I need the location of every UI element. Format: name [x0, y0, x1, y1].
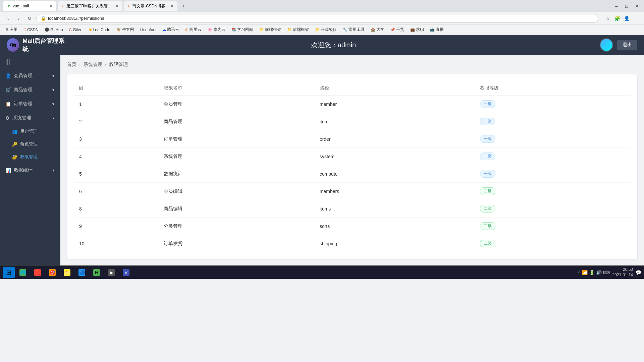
logo-area: 🛍 Mall后台管理系统	[7, 37, 67, 53]
bookmark-study[interactable]: 📚学习网站	[229, 26, 256, 33]
app3-icon: 🎯	[49, 269, 56, 276]
table-row: 6 会员编辑 members 二级	[74, 183, 631, 200]
bookmark-jobs[interactable]: 💼求职	[408, 26, 427, 33]
user-mgmt-icon: 👥	[12, 129, 17, 134]
taskbar-app-5[interactable]: 🔵	[75, 267, 89, 278]
bookmark-aliyun[interactable]: ◎阿里云	[182, 26, 204, 33]
sidebar-item-user-mgmt[interactable]: 👥 用户管理	[0, 125, 60, 138]
sidebar-item-member[interactable]: 👤 会员管理 ▼	[0, 69, 60, 83]
cell-id: 5	[74, 165, 158, 183]
bookmark-github[interactable]: ⚫GitHub	[42, 27, 65, 33]
cell-level: 二级	[475, 200, 631, 218]
sidebar-item-role-mgmt[interactable]: 🔑 角色管理	[0, 138, 60, 150]
profile-icon[interactable]: 👤	[623, 14, 631, 22]
taskbar-app-4[interactable]: 📁	[60, 267, 74, 278]
sidebar-item-perm-mgmt[interactable]: 🔐 权限管理	[0, 150, 60, 163]
order-icon: 📋	[5, 101, 11, 107]
role-mgmt-label: 角色管理	[20, 141, 38, 147]
bookmark-content[interactable]: 📌干货	[388, 26, 407, 33]
taskbar-clock[interactable]: 20:50 2021-01-14	[612, 267, 633, 278]
close-button[interactable]: ✕	[632, 3, 641, 9]
taskbar-app-3[interactable]: 🎯	[46, 267, 59, 278]
wifi-icon[interactable]: 📶	[582, 270, 588, 275]
data-stats-icon: 📊	[5, 168, 11, 173]
sidebar-item-goods[interactable]: 🛒 商品管理 ▼	[0, 83, 60, 97]
tab-close-3[interactable]: ✕	[170, 4, 173, 8]
tab-vue-mall[interactable]: ▼ vue_mall ✕	[3, 1, 56, 11]
chrome-icon: 🌐	[19, 269, 26, 276]
cell-id: 4	[74, 148, 158, 165]
bookmark-csdn[interactable]: CCSDN	[21, 27, 41, 33]
url-text: localhost:8081/#/permissions	[48, 16, 104, 21]
sidebar-item-order[interactable]: 📋 订单管理 ▼	[0, 97, 60, 111]
tab-close-2[interactable]: ✕	[115, 4, 118, 8]
sidebar-item-data-stats[interactable]: 📊 数据统计 ▼	[0, 163, 60, 177]
menu-icon[interactable]: ⋮	[632, 14, 640, 22]
taskbar-app-chrome[interactable]: 🌐	[16, 267, 30, 278]
data-stats-label: 数据统计	[14, 167, 33, 173]
cell-path: items	[314, 200, 475, 218]
cell-level: 一级	[475, 113, 631, 130]
bookmark-gitee[interactable]: GGitee	[66, 27, 85, 33]
bookmark-opensource[interactable]: 📁开源项目	[312, 26, 339, 33]
bookmark-tencent[interactable]: ☁腾讯云	[160, 26, 182, 33]
tab-title-3: 写文章-CSDN博客	[132, 3, 165, 9]
cell-name: 分类管理	[158, 218, 314, 235]
bookmark-university[interactable]: 🏫大学	[368, 26, 387, 33]
taskbar-app-7[interactable]: ▶	[105, 267, 118, 278]
refresh-button[interactable]: ↻	[25, 14, 34, 22]
cell-level: 二级	[475, 218, 631, 235]
app-header: 🛍 Mall后台管理系统 欢迎您：admin 退出	[0, 35, 644, 55]
bookmark-leetcode[interactable]: ◉LeetCode	[86, 27, 113, 33]
tab-close-1[interactable]: ✕	[49, 4, 52, 8]
sound-icon[interactable]: 🔊	[596, 270, 602, 275]
tab-crm[interactable]: C 唐三藏CRM客户关系管理系统—... ✕	[58, 1, 122, 11]
bookmark-iconfont[interactable]: IIconfont	[138, 27, 159, 33]
bookmark-apps[interactable]: ⊞应用	[3, 26, 20, 33]
minimize-button[interactable]: ─	[612, 3, 621, 9]
taskbar-right: ^ 📶 🔋 🔊 ⌨ 20:50 2021-01-14 💬	[578, 267, 641, 278]
forward-button[interactable]: ›	[15, 14, 23, 22]
extensions-icon[interactable]: 🧩	[613, 14, 621, 22]
tab-csdn[interactable]: C 写文章-CSDN博客 ✕	[124, 1, 177, 11]
maximize-button[interactable]: □	[622, 3, 631, 9]
level-badge: 一级	[480, 153, 495, 160]
keyboard-icon[interactable]: ⌨	[603, 270, 610, 275]
bookmark-tools[interactable]: 🔧常用工具	[340, 26, 367, 33]
new-tab-button[interactable]: +	[179, 1, 188, 11]
back-button[interactable]: ‹	[4, 14, 12, 22]
level-badge: 一级	[480, 100, 495, 108]
table-row: 2 商品管理 item 一级	[74, 113, 631, 130]
tab-title: vue_mall	[13, 4, 29, 8]
sidebar-toggle[interactable]: |||	[0, 55, 60, 69]
taskbar-app-2[interactable]: 🔴	[31, 267, 44, 278]
expand-tray-icon[interactable]: ^	[578, 270, 581, 275]
table-row: 5 数据统计 compute 一级	[74, 165, 631, 183]
perm-mgmt-icon: 🔐	[12, 155, 17, 160]
cell-path: member	[314, 96, 475, 113]
table-row: 4 系统管理 system 一级	[74, 148, 631, 165]
bookmark-niuke[interactable]: 🐮牛客网	[114, 26, 137, 33]
logout-button[interactable]: 退出	[617, 40, 637, 50]
star-icon[interactable]: ☆	[604, 14, 612, 22]
sidebar-item-system[interactable]: ⚙ 系统管理 ▲	[0, 111, 60, 125]
notification-icon[interactable]: 💬	[636, 270, 641, 275]
bookmark-frontend[interactable]: 📁前端框架	[257, 26, 284, 33]
cell-path: system	[314, 148, 475, 165]
breadcrumb-home[interactable]: 首页	[67, 62, 76, 68]
cell-path: order	[314, 130, 475, 148]
cell-id: 1	[74, 96, 158, 113]
bookmarks-bar: ⊞应用 CCSDN ⚫GitHub GGitee ◉LeetCode 🐮牛客网 …	[0, 25, 644, 35]
table-row: 1 会员管理 member 一级	[74, 96, 631, 113]
start-button[interactable]: ⊞	[3, 267, 15, 278]
battery-icon[interactable]: 🔋	[589, 270, 595, 275]
data-stats-arrow: ▼	[52, 169, 55, 172]
member-label: 会员管理	[14, 73, 33, 79]
bookmark-backend[interactable]: 📁后端框架	[284, 26, 312, 33]
breadcrumb-system[interactable]: 系统管理	[84, 62, 102, 68]
bookmark-huawei[interactable]: 🌸华为云	[205, 26, 228, 33]
taskbar-app-8[interactable]: V	[119, 267, 133, 278]
taskbar-app-6[interactable]: H	[90, 267, 103, 278]
url-input[interactable]: 🔒 localhost:8081/#/permissions	[36, 14, 598, 23]
bookmark-live[interactable]: 📺直播	[427, 26, 446, 33]
